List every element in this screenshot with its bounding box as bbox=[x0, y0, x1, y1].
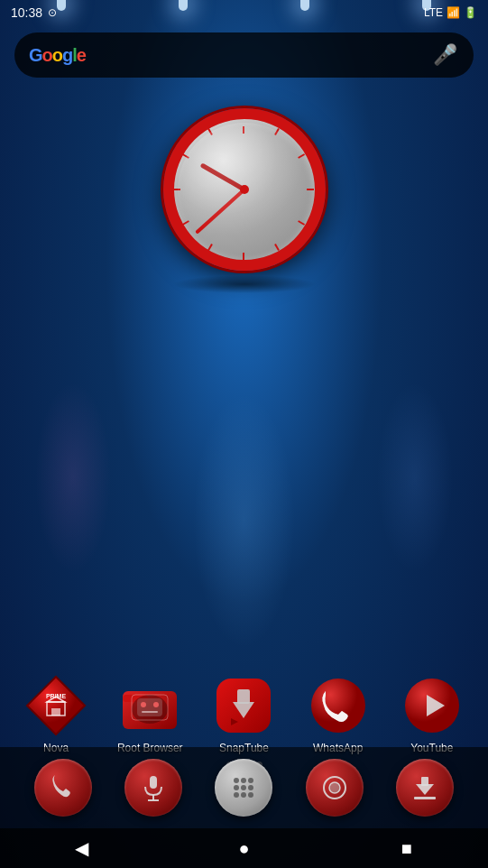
svg-point-11 bbox=[153, 702, 159, 707]
status-right: LTE 📶 🔋 bbox=[424, 6, 477, 19]
svg-point-24 bbox=[241, 778, 246, 783]
svg-point-17 bbox=[311, 679, 365, 733]
app-youtube[interactable]: YouTube bbox=[391, 675, 473, 754]
camera-icon bbox=[318, 771, 351, 804]
clock-widget[interactable] bbox=[163, 108, 326, 293]
whatsapp-icon bbox=[308, 675, 369, 736]
svg-point-25 bbox=[248, 778, 253, 783]
root-browser-icon bbox=[119, 675, 180, 736]
back-button[interactable]: ◀ bbox=[54, 828, 108, 868]
battery-icon: 🔋 bbox=[464, 6, 477, 19]
mic-icon: 🎤 bbox=[433, 43, 457, 67]
status-time: 10:38 bbox=[11, 5, 42, 20]
svg-point-33 bbox=[329, 782, 340, 793]
dock-camera[interactable] bbox=[306, 759, 364, 817]
svg-rect-4 bbox=[51, 708, 60, 716]
youtube-icon bbox=[401, 675, 463, 736]
svg-rect-36 bbox=[414, 797, 436, 799]
app-whatsapp[interactable]: WhatsApp bbox=[298, 675, 379, 754]
clock-center bbox=[240, 185, 249, 194]
svg-point-28 bbox=[248, 785, 253, 790]
recents-button[interactable]: ■ bbox=[380, 828, 434, 868]
svg-point-30 bbox=[241, 792, 246, 798]
signal-icon: ⊙ bbox=[48, 6, 57, 19]
lte-label: LTE bbox=[424, 6, 443, 19]
dock-app-drawer[interactable] bbox=[215, 759, 272, 817]
dock-microphone[interactable] bbox=[124, 759, 182, 817]
microphone-icon bbox=[137, 771, 170, 804]
google-logo: Google bbox=[29, 45, 86, 66]
svg-rect-35 bbox=[421, 777, 428, 786]
status-left: 10:38 ⊙ bbox=[11, 5, 57, 20]
svg-rect-20 bbox=[150, 776, 157, 789]
snaptube-icon bbox=[213, 675, 274, 736]
navigation-bar: ◀ ● ■ bbox=[0, 828, 488, 868]
phone-icon bbox=[47, 771, 79, 804]
dock bbox=[0, 747, 488, 828]
home-button[interactable]: ● bbox=[216, 828, 271, 868]
clock-shadow bbox=[172, 275, 317, 293]
minute-hand bbox=[195, 189, 245, 235]
svg-point-26 bbox=[234, 785, 239, 790]
signal-bars-icon: 📶 bbox=[447, 6, 460, 19]
app-snaptube[interactable]: SnapTube bbox=[203, 675, 284, 754]
app-root-browser[interactable]: Root Browser bbox=[109, 675, 190, 754]
svg-point-31 bbox=[248, 792, 253, 798]
svg-marker-0 bbox=[27, 677, 85, 734]
dock-phone[interactable] bbox=[34, 759, 92, 817]
app-nova[interactable]: PRIME Nova bbox=[15, 675, 97, 754]
download-icon bbox=[409, 771, 441, 804]
svg-point-10 bbox=[141, 702, 146, 707]
status-bar: 10:38 ⊙ LTE 📶 🔋 bbox=[0, 0, 488, 25]
svg-rect-15 bbox=[237, 689, 250, 704]
hour-hand bbox=[200, 162, 245, 191]
svg-point-27 bbox=[241, 785, 246, 790]
svg-point-29 bbox=[234, 792, 239, 798]
clock-face bbox=[163, 108, 326, 271]
svg-rect-12 bbox=[142, 711, 158, 713]
svg-point-23 bbox=[234, 778, 239, 783]
app-drawer-icon bbox=[227, 771, 260, 804]
dock-downloader[interactable] bbox=[396, 759, 454, 817]
search-bar[interactable]: Google 🎤 bbox=[14, 32, 474, 78]
svg-rect-9 bbox=[137, 698, 162, 716]
voice-search-button[interactable]: 🎤 bbox=[430, 41, 459, 69]
nova-icon: PRIME bbox=[25, 675, 87, 736]
app-row-1: PRIME Nova bbox=[0, 675, 488, 754]
